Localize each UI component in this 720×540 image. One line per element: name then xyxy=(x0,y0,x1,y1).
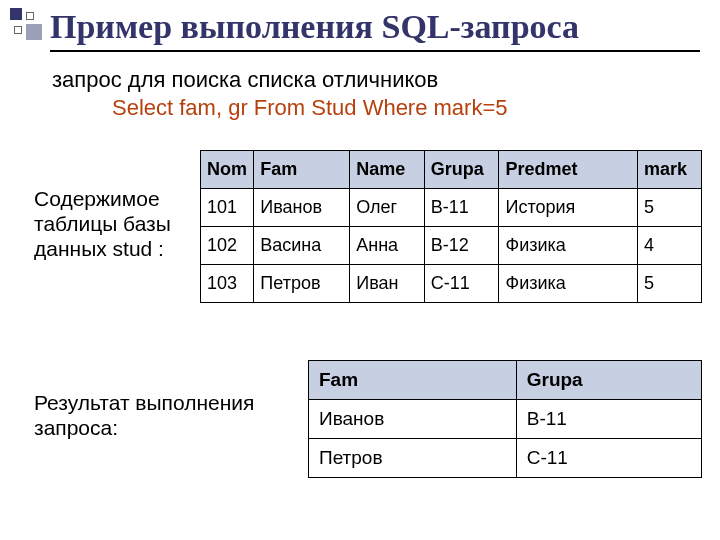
square-icon xyxy=(14,26,22,34)
cell-grupa: В-11 xyxy=(424,189,499,227)
col-predmet: Predmet xyxy=(499,151,638,189)
cell-predmet: Физика xyxy=(499,265,638,303)
table-header-row: Fam Grupa xyxy=(309,361,702,400)
cell-predmet: История xyxy=(499,189,638,227)
source-table: Nom Fam Name Grupa Predmet mark 101 Иван… xyxy=(200,150,702,303)
cell-grupa: С-11 xyxy=(516,439,701,478)
col-fam: Fam xyxy=(254,151,350,189)
result-caption: Результат выполнения запроса: xyxy=(34,390,294,440)
table-row: 101 Иванов Олег В-11 История 5 xyxy=(201,189,702,227)
cell-fam: Петров xyxy=(254,265,350,303)
col-mark: mark xyxy=(638,151,702,189)
cell-fam: Иванов xyxy=(309,400,517,439)
col-name: Name xyxy=(350,151,425,189)
square-icon xyxy=(26,12,34,20)
col-nom: Nom xyxy=(201,151,254,189)
table-row: 103 Петров Иван С-11 Физика 5 xyxy=(201,265,702,303)
slide-title: Пример выполнения SQL-запроса xyxy=(50,8,700,52)
cell-grupa: В-12 xyxy=(424,227,499,265)
table-row: 102 Васина Анна В-12 Физика 4 xyxy=(201,227,702,265)
cell-mark: 5 xyxy=(638,189,702,227)
cell-nom: 103 xyxy=(201,265,254,303)
square-icon xyxy=(10,8,22,20)
col-grupa: Grupa xyxy=(424,151,499,189)
cell-fam: Петров xyxy=(309,439,517,478)
slide-subtitle: запрос для поиска списка отличников Sele… xyxy=(52,66,690,121)
cell-name: Анна xyxy=(350,227,425,265)
table-row: Петров С-11 xyxy=(309,439,702,478)
cell-name: Иван xyxy=(350,265,425,303)
cell-predmet: Физика xyxy=(499,227,638,265)
cell-fam: Иванов xyxy=(254,189,350,227)
cell-fam: Васина xyxy=(254,227,350,265)
sql-query-text: Select fam, gr From Stud Where mark=5 xyxy=(52,94,690,122)
cell-grupa: С-11 xyxy=(424,265,499,303)
col-grupa: Grupa xyxy=(516,361,701,400)
source-table-caption: Содержимое таблицы базы данных stud : xyxy=(34,186,194,262)
cell-grupa: В-11 xyxy=(516,400,701,439)
cell-name: Олег xyxy=(350,189,425,227)
stud-table: Nom Fam Name Grupa Predmet mark 101 Иван… xyxy=(200,150,702,303)
table-row: Иванов В-11 xyxy=(309,400,702,439)
cell-nom: 102 xyxy=(201,227,254,265)
col-fam: Fam xyxy=(309,361,517,400)
table-header-row: Nom Fam Name Grupa Predmet mark xyxy=(201,151,702,189)
subtitle-text: запрос для поиска списка отличников xyxy=(52,67,438,92)
slide: Пример выполнения SQL-запроса запрос для… xyxy=(0,0,720,540)
cell-nom: 101 xyxy=(201,189,254,227)
result-table: Fam Grupa Иванов В-11 Петров С-11 xyxy=(308,360,702,478)
query-result-table: Fam Grupa Иванов В-11 Петров С-11 xyxy=(308,360,702,478)
cell-mark: 4 xyxy=(638,227,702,265)
square-icon xyxy=(26,24,42,40)
cell-mark: 5 xyxy=(638,265,702,303)
